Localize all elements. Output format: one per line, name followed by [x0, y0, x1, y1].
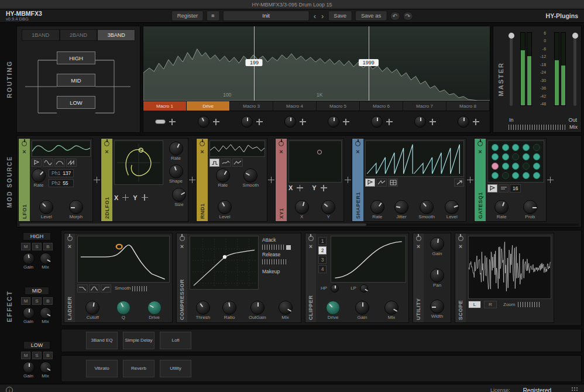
mix-knob[interactable] [384, 301, 399, 315]
macro-1-tab[interactable]: Macro 1 [143, 101, 187, 111]
power-icon[interactable] [279, 141, 284, 146]
filter-curve-display[interactable] [77, 236, 170, 283]
smooth-knob[interactable] [420, 200, 434, 214]
band-mix-knob[interactable] [40, 253, 51, 264]
mix-knob[interactable] [279, 301, 293, 315]
rate-knob[interactable] [32, 169, 46, 183]
gate-step-dot[interactable] [512, 153, 519, 160]
smooth-knob[interactable] [243, 169, 257, 183]
clip-slot-1[interactable]: 1 [318, 237, 327, 245]
x-assign-icon[interactable] [297, 185, 303, 191]
slope-mode-icon-button[interactable] [232, 159, 243, 167]
undo-icon[interactable]: ↶ [390, 12, 400, 20]
saw-wave-icon-button[interactable] [66, 159, 77, 167]
routing-band-mid[interactable]: MID [57, 74, 95, 87]
preset-next-button[interactable]: › [320, 12, 325, 20]
gatesq-grid[interactable] [487, 140, 544, 183]
prob-knob[interactable] [523, 200, 537, 214]
gate-step-dot[interactable] [492, 144, 499, 151]
macro-3-assign-icon[interactable] [256, 119, 263, 125]
phase2-value[interactable]: Ph2 55 [49, 179, 74, 187]
rate-knob[interactable] [216, 169, 230, 183]
q-knob[interactable] [116, 301, 130, 315]
phase1-value[interactable]: Ph1 137 [49, 169, 74, 177]
close-icon[interactable]: × [356, 149, 359, 155]
xy-pad-cursor[interactable] [317, 150, 322, 154]
master-mix-slider[interactable] [509, 125, 566, 130]
size-knob[interactable] [172, 188, 186, 202]
width-knob[interactable] [430, 300, 444, 314]
close-icon[interactable]: × [478, 149, 482, 155]
bypass-button[interactable]: B [43, 352, 53, 359]
effect-slot-simple-delay[interactable]: Simple Delay [123, 332, 154, 349]
macro-5-assign-icon[interactable] [343, 119, 349, 125]
gate-step-dot[interactable] [492, 172, 499, 179]
band-mix-knob[interactable] [40, 307, 51, 319]
zoom-slider[interactable] [518, 302, 541, 307]
gate-step-dot[interactable] [502, 163, 509, 170]
macro-7-assign-icon[interactable] [430, 119, 436, 125]
power-icon[interactable] [416, 236, 421, 241]
gate-step-dot[interactable] [502, 172, 509, 179]
drag-handle-icon[interactable] [189, 177, 195, 183]
gate-step-dot[interactable] [533, 172, 540, 179]
macro-4-knob[interactable] [284, 116, 296, 128]
tab-2band[interactable]: 2BAND [60, 29, 98, 41]
y-assign-icon[interactable] [321, 185, 327, 191]
gate-step-dot[interactable] [492, 163, 499, 170]
pan-knob[interactable] [430, 269, 444, 283]
effect-slot-lofi[interactable]: Lofi [160, 332, 191, 349]
gate-step-dot[interactable] [533, 163, 540, 170]
gate-step-dot[interactable] [512, 172, 519, 179]
x-assign-icon[interactable] [122, 194, 129, 201]
mod-source-scrollbar[interactable] [19, 223, 579, 226]
gate-step-dot[interactable] [523, 172, 530, 179]
drag-handle-icon[interactable] [345, 177, 351, 183]
slope-icon-button[interactable] [376, 178, 387, 187]
lp-knob[interactable] [360, 284, 368, 293]
tab-1band[interactable]: 1BAND [22, 29, 60, 41]
macro-6-assign-icon[interactable] [386, 119, 393, 125]
drag-handle-icon[interactable] [268, 177, 274, 183]
gate-step-dot[interactable] [533, 153, 540, 160]
band-gain-knob[interactable] [23, 362, 35, 373]
hp-knob[interactable] [331, 284, 339, 293]
power-icon[interactable] [477, 141, 483, 146]
gate-step-dot[interactable] [502, 153, 509, 160]
expand-icon[interactable] [454, 178, 464, 187]
mute-button[interactable]: M [21, 297, 30, 305]
bandpass-icon-button[interactable] [89, 284, 99, 293]
close-icon[interactable]: × [180, 243, 184, 250]
macro-6-tab[interactable]: Macro 6 [360, 101, 403, 111]
macro-3-tab[interactable]: Macro 3 [230, 101, 273, 111]
drag-handle-icon[interactable] [467, 177, 473, 183]
macro-7-knob[interactable] [414, 116, 426, 128]
routing-band-high[interactable]: HIGH [57, 51, 95, 64]
level-knob[interactable] [218, 200, 232, 214]
power-icon[interactable] [355, 141, 360, 146]
cutoff-knob[interactable] [85, 301, 99, 315]
level-knob[interactable] [445, 200, 459, 214]
close-icon[interactable]: × [279, 149, 283, 155]
macro-5-knob[interactable] [328, 116, 339, 128]
close-icon[interactable]: × [200, 149, 204, 155]
gate-mode-icon-button[interactable] [487, 184, 497, 192]
macro-3-knob[interactable] [241, 116, 253, 128]
band-gain-knob[interactable] [23, 307, 35, 319]
mute-button[interactable]: M [21, 243, 30, 250]
close-icon[interactable]: × [105, 149, 108, 155]
close-icon[interactable]: × [22, 149, 26, 155]
preset-prev-button[interactable]: ‹ [312, 12, 317, 20]
input-gain-thumb[interactable] [509, 33, 514, 39]
close-icon[interactable]: × [309, 243, 312, 250]
macro-4-assign-icon[interactable] [300, 119, 306, 125]
solo-button[interactable]: S [32, 352, 42, 359]
rate-knob[interactable] [169, 142, 183, 156]
shape-preset-icon-button[interactable] [365, 178, 375, 187]
arc-wave-icon-button[interactable] [54, 159, 65, 167]
effect-slot-vibrato[interactable]: Vibrato [86, 360, 118, 377]
highpass-icon-button[interactable] [101, 284, 111, 293]
attack-slider[interactable] [262, 245, 284, 250]
routing-band-low[interactable]: LOW [57, 96, 95, 109]
outgain-knob[interactable] [250, 301, 264, 315]
